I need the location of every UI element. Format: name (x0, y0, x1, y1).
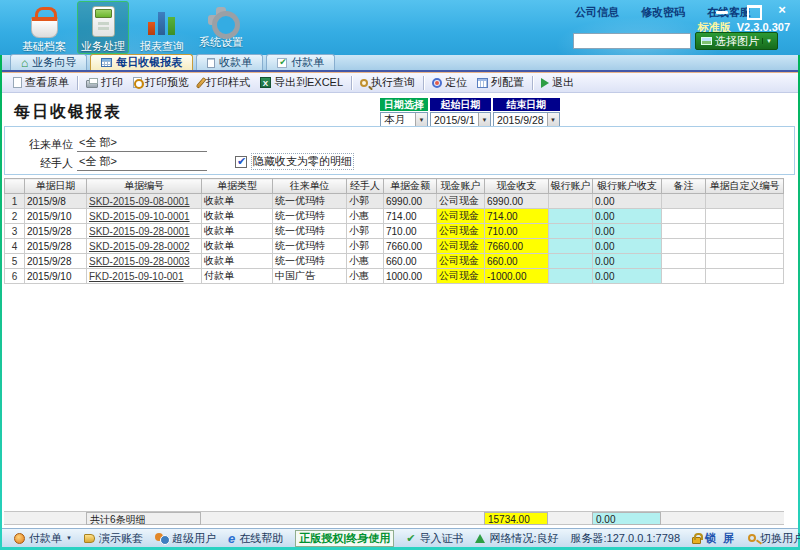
minimize-button[interactable] (714, 3, 730, 17)
chevron-down-icon[interactable]: ▼ (66, 535, 72, 541)
cell-cash_account: 公司现金 (437, 269, 485, 284)
check-icon: ✔ (406, 533, 415, 544)
cell-amount: 714.00 (384, 209, 437, 224)
status-item-label: 锁 屏 (705, 531, 736, 546)
tab-payment-voucher[interactable]: 付款单 (266, 54, 335, 70)
voucher-code-link[interactable]: FKD-2015-09-10-001 (89, 271, 184, 282)
toolbar-locate-button[interactable]: 定位 (427, 74, 472, 92)
cell-remark (662, 254, 706, 269)
close-button[interactable]: × (774, 3, 790, 17)
handler-filter-row: 经手人 <全 部> (15, 154, 207, 171)
status-import-certificate[interactable]: ✔导入证书 (400, 531, 469, 546)
toolbar-print-preview-button[interactable]: 打印预览 (128, 74, 194, 92)
hide-zero-checkbox-row: 隐藏收支为零的明细 (235, 153, 354, 170)
table-row[interactable]: 62015/9/10FKD-2015-09-10-001付款单中国广告小惠100… (5, 269, 784, 284)
column-header-0[interactable]: 单据日期 (25, 179, 87, 194)
handler-field[interactable]: <全 部> (77, 154, 207, 171)
image-search-input[interactable] (573, 33, 691, 49)
toolbar-column-config-button[interactable]: 列配置 (472, 74, 529, 92)
table-row[interactable]: 42015/9/28SKD-2015-09-28-0002收款单统一优玛特小郭7… (5, 239, 784, 254)
column-header-4[interactable]: 经手人 (347, 179, 384, 194)
chevron-down-icon[interactable]: ▼ (478, 113, 490, 127)
column-header-1[interactable]: 单据编号 (87, 179, 202, 194)
nav-report-query[interactable]: 报表查询 (136, 1, 188, 54)
column-header-3[interactable]: 往来单位 (273, 179, 347, 194)
tab-label: 业务向导 (32, 55, 76, 70)
column-header-11[interactable]: 单据自定义编号 (706, 179, 784, 194)
column-header-6[interactable]: 现金账户 (437, 179, 485, 194)
table-row[interactable]: 32015/9/28SKD-2015-09-28-0001收款单统一优玛特小郭7… (5, 224, 784, 239)
cell-cash_flow: 660.00 (485, 254, 549, 269)
toolbar-run-query-button[interactable]: 执行查询 (355, 74, 420, 92)
nav-system-settings[interactable]: 系统设置 (195, 1, 247, 54)
table-row[interactable]: 22015/9/10SKD-2015-09-10-0001收款单统一优玛特小惠7… (5, 209, 784, 224)
link-change-password[interactable]: 修改密码 (641, 5, 685, 20)
status-super-user[interactable]: 超级用户 (149, 531, 222, 546)
column-header-10[interactable]: 备注 (662, 179, 706, 194)
row-number-header (5, 179, 25, 194)
status-lock-screen[interactable]: 锁 屏 (686, 531, 742, 546)
hide-zero-checkbox-label: 隐藏收支为零的明细 (251, 153, 354, 170)
status-demo-account-set[interactable]: 演示账套 (78, 531, 149, 546)
row-number-cell: 1 (5, 194, 25, 209)
cell-code: FKD-2015-09-10-001 (87, 269, 202, 284)
status-bar: 付款单▼演示账套超级用户e在线帮助正版授权|终身使用✔导入证书网络情况:良好服务… (2, 528, 798, 547)
row-number-cell: 6 (5, 269, 25, 284)
column-header-2[interactable]: 单据类型 (202, 179, 273, 194)
table-row[interactable]: 12015/9/8SKD-2015-09-08-0001收款单统一优玛特小郭69… (5, 194, 784, 209)
row-number-cell: 3 (5, 224, 25, 239)
select-image-button[interactable]: 选择图片 ▼ (695, 32, 778, 50)
cell-type: 收款单 (202, 194, 273, 209)
cell-custom_code (706, 194, 784, 209)
voucher-code-link[interactable]: SKD-2015-09-10-0001 (89, 211, 190, 222)
cell-unit: 中国广告 (273, 269, 347, 284)
voucher-code-link[interactable]: SKD-2015-09-08-0001 (89, 196, 190, 207)
toolbar-exit-button[interactable]: 退出 (536, 74, 579, 92)
cell-code: SKD-2015-09-10-0001 (87, 209, 202, 224)
date-filter-start-date: 起始日期2015/9/1▼ (430, 98, 491, 128)
maximize-button[interactable] (744, 3, 760, 17)
toolbar-print-button[interactable]: 打印 (81, 74, 128, 92)
toolbar-print-style-button[interactable]: 打印样式 (194, 74, 255, 92)
status-online-help[interactable]: e在线帮助 (222, 531, 289, 546)
cell-code: SKD-2015-09-28-0001 (87, 224, 202, 239)
partner-field[interactable]: <全 部> (77, 135, 207, 152)
tab-business-wizard[interactable]: ⌂业务向导 (10, 54, 87, 70)
tab-daily-cashier-report[interactable]: 每日收银报表 (90, 54, 193, 70)
voucher-code-link[interactable]: SKD-2015-09-28-0002 (89, 241, 190, 252)
page-title: 每日收银报表 (14, 102, 122, 123)
select-image-dropdown-arrow[interactable]: ▼ (762, 38, 772, 44)
nav-business-process[interactable]: 业务处理 (77, 1, 129, 54)
column-header-8[interactable]: 银行账户 (549, 179, 593, 194)
voucher-code-link[interactable]: SKD-2015-09-28-0001 (89, 226, 190, 237)
cell-bank_flow: 0.00 (593, 209, 662, 224)
column-header-7[interactable]: 现金收支 (485, 179, 549, 194)
cell-custom_code (706, 269, 784, 284)
status-license-status: 正版授权|终身使用 (289, 530, 400, 547)
cell-bank_flow: 0.00 (593, 194, 662, 209)
chevron-down-icon[interactable]: ▼ (415, 113, 427, 127)
home-icon: ⌂ (21, 58, 28, 68)
toolbar-button-label: 打印样式 (206, 75, 250, 90)
tab-receipt-voucher[interactable]: 收款单 (196, 54, 263, 70)
columns-icon (477, 78, 488, 88)
preview-icon (133, 77, 142, 88)
main-nav: 基础档案业务处理报表查询系统设置 (18, 1, 247, 54)
column-header-5[interactable]: 单据金额 (384, 179, 437, 194)
toolbar-view-original-button[interactable]: 查看原单 (8, 74, 74, 92)
column-header-9[interactable]: 银行账户收支 (593, 179, 662, 194)
status-item-label: 演示账套 (99, 531, 143, 546)
chevron-down-icon[interactable]: ▼ (547, 113, 559, 127)
hide-zero-checkbox[interactable] (235, 156, 247, 168)
table-row[interactable]: 52015/9/28SKD-2015-09-28-0003收款单统一优玛特小惠6… (5, 254, 784, 269)
cell-code: SKD-2015-09-28-0002 (87, 239, 202, 254)
toolbar-export-excel-button[interactable]: 导出到EXCEL (255, 74, 348, 92)
page-icon (207, 58, 215, 68)
nav-base-archives[interactable]: 基础档案 (18, 1, 70, 54)
status-payment-voucher-menu[interactable]: 付款单▼ (8, 531, 78, 546)
status-switch-user[interactable]: 切换用户 (742, 531, 800, 546)
voucher-code-link[interactable]: SKD-2015-09-28-0003 (89, 256, 190, 267)
status-item-label: 切换用户 (760, 531, 800, 546)
link-company-info[interactable]: 公司信息 (575, 5, 619, 20)
cell-code: SKD-2015-09-28-0003 (87, 254, 202, 269)
